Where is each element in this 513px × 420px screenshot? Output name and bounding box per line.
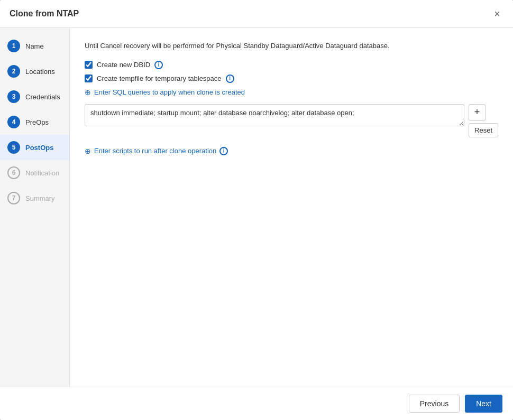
create-tempfile-label: Create tempfile for temporary tablespace — [97, 74, 222, 82]
sidebar-label-postops: PostOps — [25, 144, 53, 152]
info-text: Until Cancel recovery will be performed … — [85, 41, 498, 51]
side-buttons: + Reset — [469, 104, 498, 137]
sidebar-item-preops[interactable]: 4PreOps — [0, 109, 69, 135]
sidebar-label-credentials: Credentials — [25, 93, 60, 101]
sidebar-label-preops: PreOps — [25, 118, 49, 126]
create-dbid-label: Create new DBID — [97, 61, 150, 69]
step-circle-5: 5 — [7, 141, 20, 154]
sidebar-item-summary[interactable]: 7Summary — [0, 185, 69, 211]
main-content: Until Cancel recovery will be performed … — [70, 28, 513, 387]
step-circle-4: 4 — [7, 116, 20, 128]
next-button[interactable]: Next — [465, 395, 502, 413]
script-expand-icon: ⊕ — [85, 147, 91, 155]
dialog-header: Clone from NTAP × — [0, 0, 513, 28]
clone-dialog: Clone from NTAP × 1Name2Locations3Creden… — [0, 0, 513, 420]
dialog-title: Clone from NTAP — [10, 9, 79, 18]
sql-link-row: ⊕ Enter SQL queries to apply when clone … — [85, 88, 498, 97]
create-dbid-checkbox[interactable] — [85, 61, 93, 69]
step-circle-7: 7 — [7, 192, 20, 204]
sidebar-item-locations[interactable]: 2Locations — [0, 59, 69, 84]
create-dbid-row: Create new DBID i — [85, 61, 498, 69]
sidebar-label-locations: Locations — [25, 68, 55, 76]
sql-link[interactable]: Enter SQL queries to apply when clone is… — [94, 88, 245, 96]
dialog-body: 1Name2Locations3Credentials4PreOps5PostO… — [0, 28, 513, 387]
step-circle-3: 3 — [7, 90, 20, 103]
step-circle-6: 6 — [7, 166, 20, 179]
sql-area-wrapper: + Reset — [85, 104, 498, 137]
step-circle-1: 1 — [7, 40, 20, 52]
script-info-icon[interactable]: i — [219, 147, 228, 155]
step-circle-2: 2 — [7, 65, 20, 78]
sidebar: 1Name2Locations3Credentials4PreOps5PostO… — [0, 28, 70, 387]
sidebar-item-notification[interactable]: 6Notification — [0, 160, 69, 185]
sidebar-item-postops[interactable]: 5PostOps — [0, 135, 69, 160]
create-tempfile-checkbox[interactable] — [85, 74, 93, 82]
sidebar-label-notification: Notification — [25, 169, 59, 177]
sidebar-label-summary: Summary — [25, 194, 55, 202]
script-link[interactable]: Enter scripts to run after clone operati… — [94, 147, 216, 155]
sidebar-item-name[interactable]: 1Name — [0, 33, 69, 59]
sql-input[interactable] — [85, 104, 464, 126]
close-button[interactable]: × — [491, 7, 503, 20]
sidebar-item-credentials[interactable]: 3Credentials — [0, 84, 69, 109]
create-tempfile-row: Create tempfile for temporary tablespace… — [85, 74, 498, 83]
add-sql-button[interactable]: + — [469, 104, 485, 121]
script-link-row: ⊕ Enter scripts to run after clone opera… — [85, 147, 498, 155]
dialog-footer: Previous Next — [0, 387, 513, 420]
sql-expand-icon: ⊕ — [85, 88, 91, 97]
previous-button[interactable]: Previous — [409, 395, 460, 413]
tempfile-info-icon[interactable]: i — [226, 74, 234, 83]
reset-button[interactable]: Reset — [469, 123, 498, 137]
dbid-info-icon[interactable]: i — [154, 61, 163, 69]
sidebar-label-name: Name — [25, 42, 44, 50]
